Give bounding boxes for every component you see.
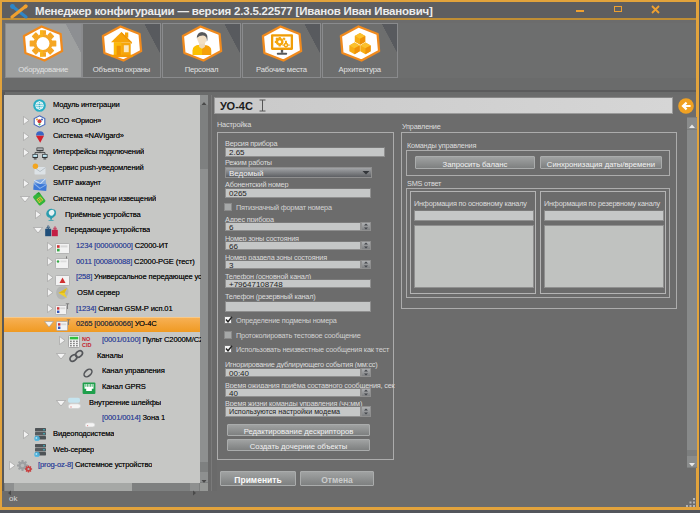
svg-text:CID: CID: [82, 342, 92, 348]
